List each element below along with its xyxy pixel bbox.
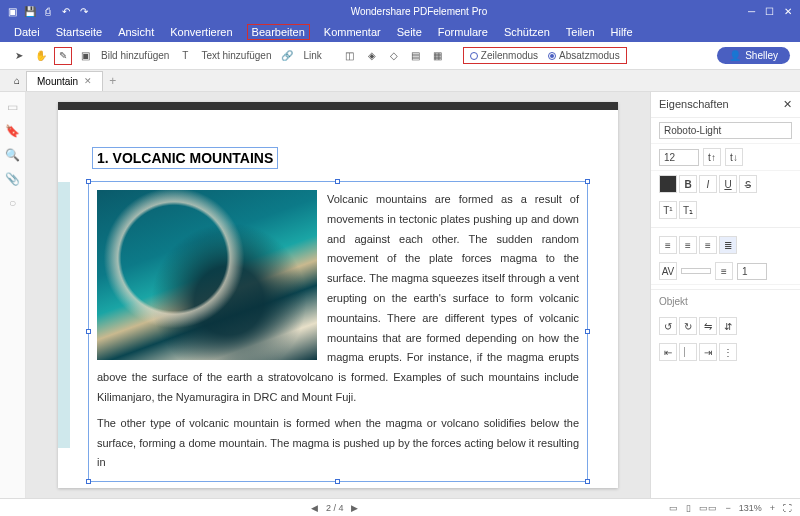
- underline-icon[interactable]: U: [719, 175, 737, 193]
- print-icon[interactable]: ⎙: [42, 5, 54, 17]
- thumbnails-icon[interactable]: ▭: [7, 100, 18, 114]
- heading-text[interactable]: 1. VOLCANIC MOUNTAINS: [92, 147, 278, 169]
- properties-panel: Eigenschaften ✕ Roboto-Light 12 t↑ t↓ B …: [650, 92, 800, 498]
- footer-icon[interactable]: ▦: [429, 47, 447, 65]
- menu-hilfe[interactable]: Hilfe: [609, 24, 635, 40]
- paragraph-mode-radio[interactable]: Absatzmodus: [548, 50, 620, 61]
- image-icon[interactable]: ▣: [76, 47, 94, 65]
- subscript-icon[interactable]: T₁: [679, 201, 697, 219]
- home-icon[interactable]: ⌂: [8, 75, 26, 86]
- menu-bearbeiten[interactable]: Bearbeiten: [247, 24, 310, 40]
- resize-handle[interactable]: [585, 179, 590, 184]
- align-obj-right-icon[interactable]: ⇥: [699, 343, 717, 361]
- attachments-icon[interactable]: 📎: [5, 172, 20, 186]
- flip-h-icon[interactable]: ⇋: [699, 317, 717, 335]
- bold-icon[interactable]: B: [679, 175, 697, 193]
- document-tab[interactable]: Mountain ✕: [26, 71, 103, 91]
- menu-bar: Datei Startseite Ansicht Konvertieren Be…: [0, 22, 800, 42]
- background-icon[interactable]: ◇: [385, 47, 403, 65]
- undo-icon[interactable]: ↶: [60, 5, 72, 17]
- prev-page-icon[interactable]: ◀: [311, 503, 318, 513]
- link-button[interactable]: Link: [300, 50, 324, 61]
- menu-schuetzen[interactable]: Schützen: [502, 24, 552, 40]
- char-spacing-input[interactable]: [681, 268, 711, 274]
- decrease-size-icon[interactable]: t↓: [725, 148, 743, 166]
- edit-mode-group: Zeilenmodus Absatzmodus: [463, 47, 627, 64]
- view-continuous-icon[interactable]: ▯: [686, 503, 691, 513]
- resize-handle[interactable]: [335, 479, 340, 484]
- save-icon[interactable]: 💾: [24, 5, 36, 17]
- distribute-icon[interactable]: ⋮: [719, 343, 737, 361]
- pointer-icon[interactable]: ➤: [10, 47, 28, 65]
- increase-size-icon[interactable]: t↑: [703, 148, 721, 166]
- add-image-button[interactable]: Bild hinzufügen: [98, 50, 172, 61]
- redo-icon[interactable]: ↷: [78, 5, 90, 17]
- header-icon[interactable]: ▤: [407, 47, 425, 65]
- menu-formulare[interactable]: Formulare: [436, 24, 490, 40]
- align-obj-left-icon[interactable]: ⇤: [659, 343, 677, 361]
- next-page-icon[interactable]: ▶: [351, 503, 358, 513]
- watermark-icon[interactable]: ◈: [363, 47, 381, 65]
- bookmarks-icon[interactable]: 🔖: [5, 124, 20, 138]
- tab-close-icon[interactable]: ✕: [84, 76, 92, 86]
- menu-teilen[interactable]: Teilen: [564, 24, 597, 40]
- line-spacing-input[interactable]: 1: [737, 263, 767, 280]
- font-select[interactable]: Roboto-Light: [659, 122, 792, 139]
- selected-text-block[interactable]: Volcanic mountains are formed as a resul…: [88, 181, 588, 482]
- close-icon[interactable]: ✕: [784, 6, 792, 17]
- comments-icon[interactable]: ○: [9, 196, 16, 210]
- resize-handle[interactable]: [335, 179, 340, 184]
- line-mode-radio[interactable]: Zeilenmodus: [470, 50, 538, 61]
- document-area[interactable]: 1. VOLCANIC MOUNTAINS Volcanic mountains…: [26, 92, 650, 498]
- view-single-icon[interactable]: ▭: [669, 503, 678, 513]
- text-icon[interactable]: T: [176, 47, 194, 65]
- align-obj-center-icon[interactable]: ⎸: [679, 343, 697, 361]
- menu-datei[interactable]: Datei: [12, 24, 42, 40]
- menu-kommentar[interactable]: Kommentar: [322, 24, 383, 40]
- view-facing-icon[interactable]: ▭▭: [699, 503, 717, 513]
- minimize-icon[interactable]: ─: [748, 6, 755, 17]
- page-indicator[interactable]: 2 / 4: [326, 503, 344, 513]
- align-left-icon[interactable]: ≡: [659, 236, 677, 254]
- fullscreen-icon[interactable]: ⛶: [783, 503, 792, 513]
- hand-icon[interactable]: ✋: [32, 47, 50, 65]
- superscript-icon[interactable]: T¹: [659, 201, 677, 219]
- resize-handle[interactable]: [585, 479, 590, 484]
- resize-handle[interactable]: [585, 329, 590, 334]
- zoom-in-icon[interactable]: +: [770, 503, 775, 513]
- add-text-button[interactable]: Text hinzufügen: [198, 50, 274, 61]
- resize-handle[interactable]: [86, 329, 91, 334]
- user-button[interactable]: 👤Shelley: [717, 47, 790, 64]
- align-center-icon[interactable]: ≡: [679, 236, 697, 254]
- crop-icon[interactable]: ◫: [341, 47, 359, 65]
- color-swatch[interactable]: [659, 175, 677, 193]
- resize-handle[interactable]: [86, 179, 91, 184]
- align-right-icon[interactable]: ≡: [699, 236, 717, 254]
- char-spacing-icon[interactable]: AV: [659, 262, 677, 280]
- zoom-level[interactable]: 131%: [739, 503, 762, 513]
- menu-konvertieren[interactable]: Konvertieren: [168, 24, 234, 40]
- menu-startseite[interactable]: Startseite: [54, 24, 104, 40]
- menu-ansicht[interactable]: Ansicht: [116, 24, 156, 40]
- rotate-right-icon[interactable]: ↻: [679, 317, 697, 335]
- menu-seite[interactable]: Seite: [395, 24, 424, 40]
- edit-text-icon[interactable]: ✎: [54, 47, 72, 65]
- panel-close-icon[interactable]: ✕: [783, 98, 792, 111]
- align-justify-icon[interactable]: ≣: [719, 236, 737, 254]
- link-icon[interactable]: 🔗: [278, 47, 296, 65]
- resize-handle[interactable]: [86, 479, 91, 484]
- rotate-left-icon[interactable]: ↺: [659, 317, 677, 335]
- add-tab-icon[interactable]: +: [109, 74, 116, 88]
- font-size-select[interactable]: 12: [659, 149, 699, 166]
- paragraph-2[interactable]: The other type of volcanic mountain is f…: [97, 417, 579, 469]
- document-image[interactable]: [97, 190, 317, 360]
- toolbar: ➤ ✋ ✎ ▣ Bild hinzufügen T Text hinzufüge…: [0, 42, 800, 70]
- flip-v-icon[interactable]: ⇵: [719, 317, 737, 335]
- search-icon[interactable]: 🔍: [5, 148, 20, 162]
- italic-icon[interactable]: I: [699, 175, 717, 193]
- strike-icon[interactable]: S̶: [739, 175, 757, 193]
- zoom-out-icon[interactable]: −: [725, 503, 730, 513]
- left-sidebar: ▭ 🔖 🔍 📎 ○: [0, 92, 26, 498]
- line-spacing-icon[interactable]: ≡: [715, 262, 733, 280]
- maximize-icon[interactable]: ☐: [765, 6, 774, 17]
